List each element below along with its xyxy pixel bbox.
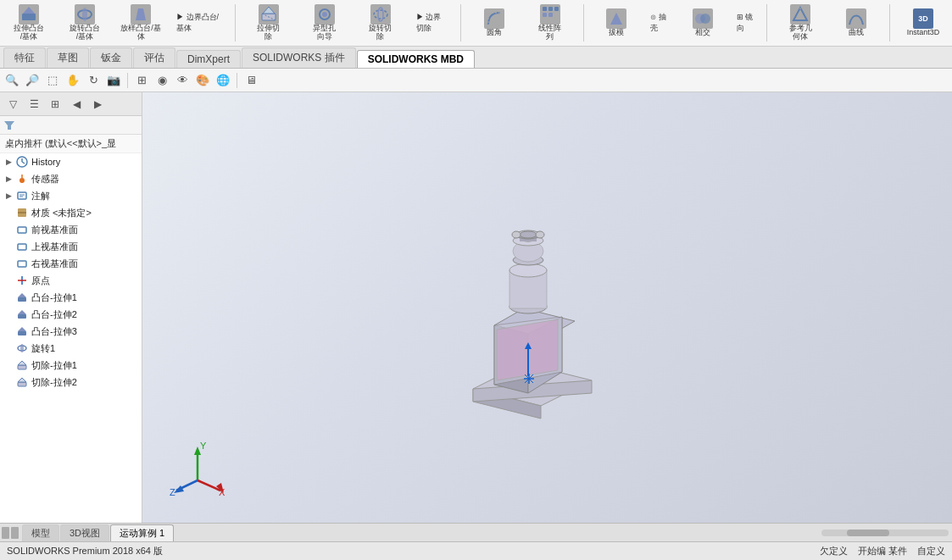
linear-pattern-button[interactable]: 线性阵列 <box>535 3 565 43</box>
divider4 <box>766 4 767 42</box>
tree-item-material[interactable]: ▶ 材质 <未指定> <box>0 204 142 221</box>
tree-icon-top-plane <box>15 240 29 253</box>
scroll-thumb[interactable] <box>847 530 889 536</box>
loft-button[interactable]: 放样凸台/基体 <box>115 3 166 43</box>
hole-wizard-button[interactable]: 异型孔向导 <box>309 3 339 43</box>
tab-features[interactable]: 特征 <box>3 47 46 68</box>
zoom-box-icon[interactable]: ⬚ <box>44 72 61 89</box>
toolbar-group-intersect: 相交 <box>677 7 728 39</box>
tree-item-boss-extrude1[interactable]: ▶ 凸台-拉伸1 <box>0 289 142 306</box>
tree-icon-annotations <box>15 189 29 202</box>
revolve-icon <box>75 4 95 25</box>
shell-label[interactable]: ⊙ 抽壳 <box>649 11 671 35</box>
tree-icon-history <box>15 155 29 169</box>
scene-icon[interactable]: 🌐 <box>214 72 231 89</box>
boundary-boss-label[interactable]: ▶ 边界凸台/基体 <box>173 11 225 35</box>
instant3d-button[interactable]: 3D Instant3D <box>904 7 944 39</box>
scroll-left-icon[interactable] <box>2 527 9 539</box>
intersect-button[interactable]: 相交 <box>689 7 716 39</box>
tree-arrow-annotations: ▶ <box>3 191 14 201</box>
panel-filter-icon[interactable]: ▽ <box>3 95 22 114</box>
tree-item-revolve1[interactable]: ▶ 旋转1 <box>0 340 142 357</box>
svg-rect-36 <box>18 261 26 267</box>
bottom-tab-motion[interactable]: 运动算例 1 <box>110 524 174 541</box>
status-custom: 自定义 <box>917 545 945 557</box>
display-style-icon[interactable]: ◉ <box>153 72 170 89</box>
view-orientation-icon[interactable]: ⊞ <box>133 72 150 89</box>
svg-rect-49 <box>18 382 26 386</box>
tree-label-top-plane: 上视基准面 <box>31 241 78 253</box>
panel-next-icon[interactable]: ▶ <box>88 95 107 114</box>
svg-line-26 <box>22 162 25 164</box>
rotate-icon[interactable]: ↻ <box>85 72 102 89</box>
tab-sheet-metal[interactable]: 钣金 <box>90 47 132 68</box>
tree-label-sensors: 传感器 <box>31 173 59 186</box>
divider-tb2-1 <box>127 73 128 88</box>
tree-item-cut-extrude1[interactable]: ▶ 切除-拉伸1 <box>0 357 142 374</box>
cut-extrude-button[interactable]: 拉伸切除 <box>253 3 283 43</box>
bottom-tab-3dview[interactable]: 3D视图 <box>60 524 109 541</box>
ref-geometry-button[interactable]: 参考几何体 <box>786 3 816 43</box>
revolve-cut-button[interactable]: 旋转切除 <box>365 3 395 43</box>
tab-sw-plugins[interactable]: SOLIDWORKS 插件 <box>242 47 356 68</box>
main-toolbar: 拉伸凸台/基体 旋转凸台/基体 放样凸台/基体 ▶ 边界凸台/基体 拉伸切除 <box>0 0 952 47</box>
sub-group-shell: ⊙ 抽壳 <box>649 11 671 35</box>
toolbar-group-revolve: 旋转凸台/基体 <box>59 3 110 43</box>
divider-tb2-2 <box>237 73 237 88</box>
tree-label-history: History <box>31 157 60 167</box>
tree-item-boss-extrude3[interactable]: ▶ 凸台-拉伸3 <box>0 323 142 340</box>
toolbar-group-loft: 放样凸台/基体 <box>115 3 166 43</box>
revolve-button[interactable]: 旋转凸台/基体 <box>66 3 103 43</box>
horizontal-scrollbar[interactable] <box>821 530 949 536</box>
tree-item-cut-extrude2[interactable]: ▶ 切除-拉伸2 <box>0 374 142 391</box>
svg-marker-4 <box>136 8 146 20</box>
pan-icon[interactable]: ✋ <box>64 72 81 89</box>
panel-list-icon[interactable]: ☰ <box>25 95 43 114</box>
bottom-tabs: 模型 3D视图 运动算例 1 <box>0 523 952 541</box>
tab-sw-mbd[interactable]: SOLIDWORKS MBD <box>357 50 475 68</box>
feature-tree: ▶ History ▶ 传感器 ▶ 注解 <box>0 153 142 523</box>
tree-item-boss-extrude2[interactable]: ▶ 凸台-拉伸2 <box>0 306 142 323</box>
panel-grid-icon[interactable]: ⊞ <box>46 95 64 114</box>
scroll-left-btn[interactable] <box>2 527 19 539</box>
display-monitor-icon[interactable]: 🖥 <box>242 72 259 89</box>
tab-evaluate[interactable]: 评估 <box>133 47 175 68</box>
tree-icon-material <box>15 206 29 219</box>
boss-extrude-button[interactable]: 拉伸凸台/基体 <box>10 3 47 43</box>
tree-item-right-plane[interactable]: ▶ 右视基准面 <box>0 255 142 272</box>
svg-point-67 <box>520 231 537 238</box>
linear-pattern-icon <box>540 4 560 25</box>
bottom-tab-model[interactable]: 模型 <box>22 524 59 541</box>
camera-icon[interactable]: 📷 <box>105 72 122 89</box>
tree-item-sensors[interactable]: ▶ 传感器 <box>0 170 142 187</box>
divider2 <box>460 4 461 42</box>
draft-icon <box>606 8 626 29</box>
tree-item-top-plane[interactable]: ▶ 上视基准面 <box>0 238 142 255</box>
draft-button[interactable]: 拔模 <box>603 7 630 39</box>
boundary-cut-label[interactable]: ▶ 边界切除 <box>413 11 451 35</box>
svg-marker-50 <box>18 378 26 382</box>
curves-button[interactable]: 曲线 <box>843 7 870 39</box>
tree-item-origin[interactable]: ▶ 原点 <box>0 272 142 289</box>
main-tabs: 特征 草图 钣金 评估 DimXpert SOLIDWORKS 插件 SOLID… <box>0 47 952 69</box>
svg-rect-16 <box>543 13 547 17</box>
toolbar-group-revolve-cut: 旋转切除 <box>355 3 406 43</box>
viewport[interactable]: Y X Z <box>142 92 952 523</box>
appearance-icon[interactable]: 🎨 <box>194 72 211 89</box>
mirror-label[interactable]: ⊞ 镜向 <box>735 11 757 35</box>
tab-sketch[interactable]: 草图 <box>47 47 89 68</box>
tree-item-history[interactable]: ▶ History <box>0 153 142 170</box>
zoom-select-icon[interactable]: 🔎 <box>24 72 41 89</box>
hide-show-icon[interactable]: 👁 <box>174 72 191 89</box>
tree-item-front-plane[interactable]: ▶ 前视基准面 <box>0 221 142 238</box>
panel-prev-icon[interactable]: ◀ <box>67 95 86 114</box>
tree-label-cut2: 切除-拉伸2 <box>31 376 77 389</box>
scroll-right-icon[interactable] <box>11 527 19 539</box>
search-icon[interactable]: 🔍 <box>3 72 20 89</box>
tree-item-annotations[interactable]: ▶ 注解 <box>0 187 142 204</box>
fillet-button[interactable]: 圆角 <box>481 7 508 39</box>
tree-icon-cut1 <box>15 358 29 372</box>
intersect-icon <box>693 8 713 29</box>
tab-dimxpert[interactable]: DimXpert <box>176 50 241 68</box>
status-underdefined: 欠定义 <box>820 545 848 557</box>
